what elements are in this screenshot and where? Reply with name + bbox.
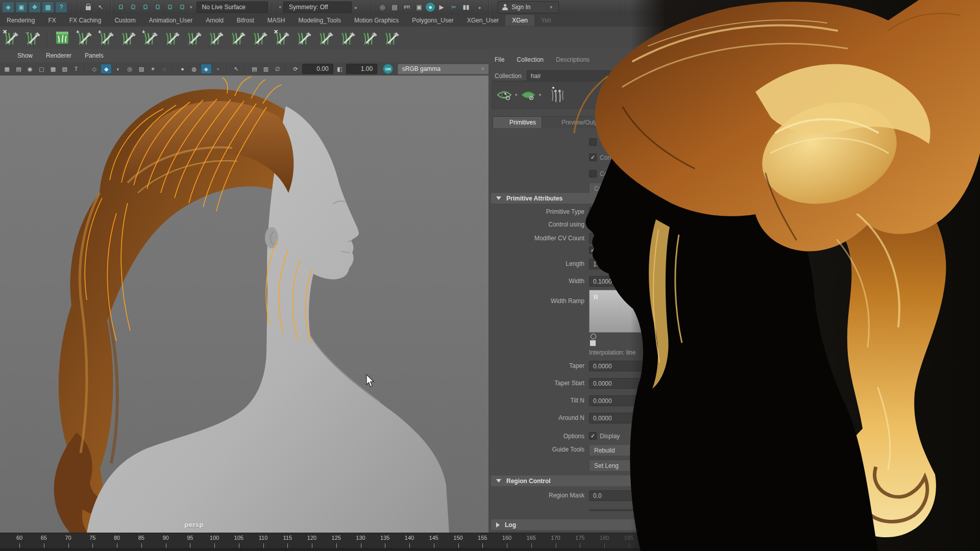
safe-action-icon[interactable]: ▧	[60, 64, 70, 73]
ipr-render-icon[interactable]: IPR	[401, 2, 412, 12]
xgen-menu-collection[interactable]: Collection	[517, 56, 544, 63]
guide-tools-button-1[interactable]: Rebuild	[589, 444, 660, 456]
noise-brush-icon[interactable]	[316, 28, 335, 47]
sequence-render-icon[interactable]: ▶	[436, 2, 447, 12]
animation-menuset-icon[interactable]: ❖	[29, 2, 41, 13]
width-ramp-widget[interactable]	[589, 290, 727, 333]
shelf-tab-fx-caching[interactable]: FX Caching	[63, 15, 108, 26]
shelf-tab-motion-graphics[interactable]: Motion Graphics	[348, 15, 405, 26]
part-guides-icon[interactable]	[294, 28, 313, 47]
ramp-marker-selected-icon[interactable]	[590, 340, 596, 346]
add-guide-icon[interactable]: +	[96, 28, 116, 47]
smooth-guides-icon[interactable]	[184, 28, 204, 47]
attribute-value-field[interactable]: 1.0000	[589, 259, 643, 269]
attribute-value-field[interactable]: Spl	[589, 207, 643, 217]
slider-track[interactable]	[642, 400, 703, 402]
color-management-toggle[interactable]: ON	[383, 64, 393, 74]
elevation-brush-icon[interactable]	[250, 28, 270, 47]
expand-arrow-icon[interactable]: ▸	[479, 5, 481, 10]
viewport-canvas[interactable]: persp	[0, 76, 488, 533]
attribute-value-field[interactable]: 0.0000	[589, 395, 643, 406]
section-region-control[interactable]: Region Control	[491, 475, 853, 486]
gamma-field[interactable]: 1.00	[346, 64, 377, 74]
checkbox[interactable]	[589, 138, 597, 146]
create-description-icon[interactable]: +	[75, 28, 94, 47]
camera-attributes-icon[interactable]: ▥	[261, 64, 271, 73]
time-slider[interactable]: 6065707580859095100105110115120125130135…	[0, 533, 980, 548]
attribute-value-field[interactable]: 0.0000	[589, 378, 643, 389]
gate-mask-icon[interactable]: ▢	[37, 64, 47, 73]
help-menuset-icon[interactable]: ?	[55, 2, 67, 13]
image-plane-icon[interactable]: ▤	[250, 64, 260, 73]
toggle-guide-visibility-icon[interactable]	[497, 90, 512, 100]
xgen-menu-file[interactable]: File	[495, 56, 504, 63]
snap-caret-icon[interactable]: ▾	[190, 5, 192, 10]
shadows-icon[interactable]: ◌	[159, 64, 169, 73]
slider-track[interactable]	[589, 509, 728, 511]
attribute-value-field[interactable]: 0.0	[589, 490, 734, 501]
panel-menu-show[interactable]: Show	[17, 52, 33, 59]
snap-surface-icon[interactable]: Ω	[177, 2, 188, 12]
set-marking-menu-icon[interactable]: ✕	[1, 28, 20, 47]
shelf-tab-custom[interactable]: Custom	[108, 15, 142, 26]
snap-point-icon[interactable]: Ω	[140, 2, 151, 12]
checkbox[interactable]: ✓	[589, 246, 597, 254]
shelf-tab-arnold[interactable]: Arnold	[199, 15, 230, 26]
use-default-material-icon[interactable]: ◎	[125, 64, 135, 73]
scale-guides-icon[interactable]	[206, 28, 226, 47]
checkbox[interactable]	[589, 170, 597, 178]
lock-selection-icon[interactable]	[83, 2, 94, 12]
sign-in-button[interactable]: Sign In ▾	[498, 1, 559, 13]
field-chart-icon[interactable]: ▩	[48, 64, 58, 73]
attribute-value-field[interactable]: 0.1000	[589, 276, 643, 287]
snap-view-plane-icon[interactable]: Ω	[164, 2, 176, 12]
attribute-value-field[interactable]: 0.0000	[589, 413, 643, 423]
primitive-visibility-caret-icon[interactable]: ▾	[539, 92, 542, 97]
flip-guides-icon[interactable]	[360, 28, 379, 47]
panel-menu-panels[interactable]: Panels	[85, 52, 104, 59]
expand-arrow-icon[interactable]: ▸	[355, 5, 357, 10]
section-primitive-attributes[interactable]: Primitive Attributes	[491, 193, 853, 204]
add-remove-guides-icon[interactable]	[549, 87, 565, 103]
checkbox[interactable]: ✓	[589, 154, 597, 161]
slider-track[interactable]	[642, 417, 703, 419]
range-slider-edge[interactable]	[0, 548, 980, 551]
xgen-menu-descriptions[interactable]: Descriptions	[556, 56, 590, 63]
film-gate-icon[interactable]: ▤	[14, 64, 24, 73]
shelf-tab-xgen-user[interactable]: XGen_User	[460, 15, 506, 26]
shelf-tab-animation-user[interactable]: Animation_User	[142, 15, 199, 26]
pause-viewport-icon[interactable]: ▮▮	[460, 2, 472, 12]
no-image-icon[interactable]: ∅	[273, 64, 283, 73]
add-cv-icon[interactable]: +	[140, 28, 160, 47]
rigging-menuset-icon[interactable]: ▣	[15, 2, 28, 13]
tab-preview-output[interactable]: Preview/Outp	[542, 116, 618, 128]
snap-curve-icon[interactable]: Ω	[128, 2, 139, 12]
shelf-tab-xgen[interactable]: XGen	[505, 15, 534, 26]
fx-menuset-icon[interactable]: ▦	[42, 2, 54, 13]
attribute-value-field[interactable]: 40	[589, 233, 643, 244]
toggle-primitive-visibility-icon[interactable]	[521, 90, 536, 100]
shaded-icon[interactable]: ◆	[101, 64, 112, 74]
attribute-value-field[interactable]: Guides	[589, 219, 643, 230]
wireframe-icon[interactable]: ◇	[89, 64, 100, 73]
exposure-icon[interactable]: ⟳	[290, 64, 301, 73]
slider-track[interactable]	[642, 383, 703, 385]
section-log[interactable]: Log	[491, 519, 853, 530]
guide-tools-button-2[interactable]: Set Leng	[589, 460, 660, 471]
quick-render-icon[interactable]: ▤	[389, 2, 400, 12]
render-view-icon[interactable]: ●	[426, 3, 435, 12]
shelf-tab-mash[interactable]: MASH	[261, 15, 292, 26]
textured-icon[interactable]: ◐	[113, 64, 124, 73]
shelf-tab-bifrost[interactable]: Bifrost	[230, 15, 261, 26]
checkered-icon[interactable]: ▨	[136, 64, 146, 73]
open-render-view-icon[interactable]: ◎	[377, 2, 388, 12]
shelf-tab-fx[interactable]: FX	[41, 15, 62, 26]
modeling-menuset-icon[interactable]: ◈	[2, 2, 14, 13]
live-surface-field[interactable]: No Live Surface	[197, 2, 268, 13]
symmetry-caret-icon[interactable]: ▾	[279, 5, 282, 10]
view-transform-select[interactable]: sRGB gamma▾	[398, 64, 491, 74]
fog-icon[interactable]: ▫	[213, 64, 224, 73]
snap-projected-center-icon[interactable]: Ω	[152, 2, 163, 12]
exposure-field[interactable]: 0.00	[302, 64, 333, 74]
collection-name-field[interactable]: hair	[527, 70, 625, 81]
